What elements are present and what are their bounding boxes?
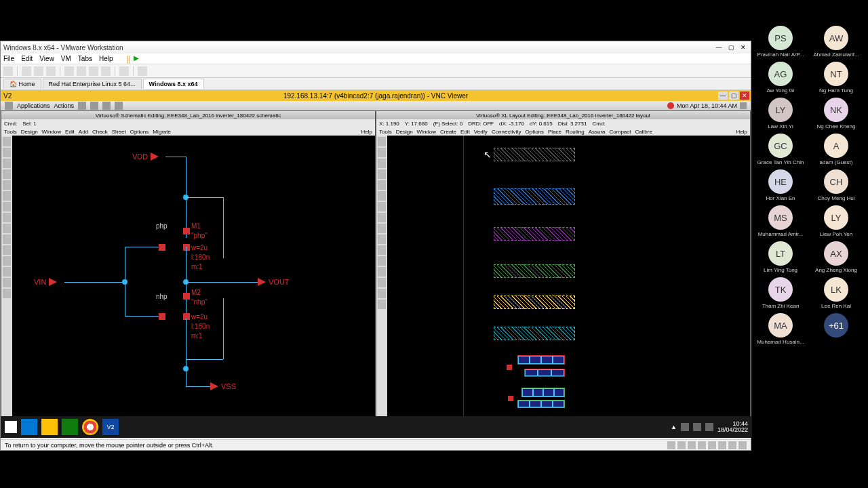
- menu-connectivity[interactable]: Connectivity: [492, 129, 521, 135]
- toolbar-icon[interactable]: [138, 66, 147, 76]
- toolbar-icon[interactable]: [89, 66, 98, 76]
- mosfet-terminal[interactable]: [159, 313, 165, 320]
- layer-rect[interactable]: [494, 227, 575, 241]
- tool-icon[interactable]: [378, 245, 386, 255]
- tool-icon[interactable]: [3, 148, 11, 157]
- schematic-titlebar[interactable]: Virtuoso® Schematic Editing: EEE348_Lab_…: [1, 111, 375, 119]
- play-icon[interactable]: ▶: [134, 54, 139, 64]
- wire[interactable]: [186, 197, 223, 198]
- close-button[interactable]: ✕: [738, 43, 748, 52]
- marker-icon[interactable]: [507, 365, 512, 370]
- wire[interactable]: [223, 197, 224, 258]
- tool-icon[interactable]: [3, 245, 11, 255]
- menu-sheet[interactable]: Sheet: [112, 129, 126, 135]
- layer-rect[interactable]: [494, 296, 575, 309]
- explorer-icon[interactable]: [41, 419, 58, 435]
- layout-canvas[interactable]: ↖: [376, 136, 750, 427]
- toolbar-icon[interactable]: [64, 66, 74, 76]
- participant[interactable]: MAMuhamad Husain...: [754, 313, 807, 345]
- toolbar-icon[interactable]: [46, 66, 56, 76]
- tool-icon[interactable]: [3, 289, 11, 298]
- minimize-button[interactable]: —: [718, 92, 728, 100]
- notification-icon[interactable]: [667, 102, 674, 109]
- device-icon[interactable]: [728, 441, 736, 449]
- device-icon[interactable]: [677, 441, 686, 449]
- menu-options[interactable]: Options: [130, 129, 149, 135]
- wire[interactable]: [125, 247, 125, 316]
- menu-tabs[interactable]: Tabs: [78, 55, 92, 62]
- participant[interactable]: NTNg Harn Tung: [810, 62, 863, 94]
- wire[interactable]: [186, 247, 186, 316]
- clock[interactable]: Mon Apr 18, 10:44 AM: [677, 102, 737, 109]
- menu-edit[interactable]: Edit: [21, 55, 33, 62]
- menu-migrate[interactable]: Migrate: [153, 129, 171, 135]
- tray-icon[interactable]: [705, 423, 713, 431]
- pin-vss[interactable]: VSS: [210, 382, 236, 390]
- participant[interactable]: LTLim Ying Tong: [754, 241, 807, 273]
- pause-icon[interactable]: ||: [127, 54, 131, 64]
- participant[interactable]: PSPravinah Nair A/P...: [754, 26, 807, 58]
- wire[interactable]: [186, 157, 186, 197]
- wire[interactable]: [186, 319, 186, 386]
- participant[interactable]: MSMuhammad Amir...: [754, 205, 807, 237]
- mosfet-terminal[interactable]: [183, 244, 190, 251]
- tool-icon[interactable]: [378, 300, 386, 309]
- menu-edit[interactable]: Edit: [460, 129, 470, 135]
- mosfet-nmos[interactable]: [183, 293, 190, 300]
- tool-icon[interactable]: [3, 235, 11, 244]
- redhat-icon[interactable]: [5, 102, 13, 110]
- tool-icon[interactable]: [3, 169, 11, 179]
- menu-view[interactable]: View: [39, 55, 54, 62]
- menu-help[interactable]: Help: [361, 129, 372, 135]
- device-icon[interactable]: [688, 441, 696, 449]
- tool-icon[interactable]: [3, 180, 11, 190]
- tool-icon[interactable]: [378, 202, 386, 211]
- wire[interactable]: [125, 316, 159, 317]
- minimize-button[interactable]: —: [714, 43, 724, 52]
- tool-icon[interactable]: [3, 267, 11, 277]
- participant[interactable]: LYLiew Poh Yen: [810, 205, 863, 237]
- tool-icon[interactable]: [3, 137, 11, 146]
- device-icon[interactable]: [698, 441, 706, 449]
- wire[interactable]: [165, 157, 186, 157]
- excel-icon[interactable]: [62, 419, 78, 435]
- tool-icon[interactable]: [3, 224, 11, 233]
- taskbar-icon[interactable]: [90, 102, 98, 110]
- device-instance[interactable]: [521, 388, 565, 397]
- tab-home[interactable]: 🏠 Home: [3, 79, 41, 89]
- wire[interactable]: [186, 359, 223, 360]
- menu-check[interactable]: Check: [92, 129, 108, 135]
- schematic-canvas[interactable]: VDD php M1 "php" w=2u: [1, 136, 375, 427]
- menu-edit[interactable]: Edit: [65, 129, 75, 135]
- menu-design[interactable]: Design: [21, 129, 38, 135]
- vmware-titlebar[interactable]: Windows 8.x x64 - VMware Workstation — ▢…: [1, 41, 751, 54]
- participant[interactable]: GCGrace Tan Yih Chin: [754, 134, 807, 165]
- pin-vout[interactable]: VOUT: [258, 278, 290, 286]
- tray-icon[interactable]: [693, 423, 701, 431]
- mosfet-pmos[interactable]: [183, 228, 190, 235]
- menu-assura[interactable]: Assura: [589, 129, 606, 135]
- taskbar-icon[interactable]: [102, 102, 111, 110]
- tool-icon[interactable]: [378, 180, 386, 190]
- tray-icon[interactable]: [681, 423, 689, 431]
- wire[interactable]: [125, 247, 159, 247]
- toolbar-icon[interactable]: [77, 66, 86, 76]
- pin-vin[interactable]: VIN: [34, 278, 57, 286]
- menu-help[interactable]: Help: [99, 55, 113, 62]
- vnc-icon[interactable]: V2: [102, 419, 119, 435]
- tool-icon[interactable]: [378, 289, 386, 298]
- layer-rect[interactable]: [494, 188, 575, 205]
- participant[interactable]: Aadam (Guest): [810, 134, 863, 165]
- tab-windows[interactable]: Windows 8.x x64: [143, 79, 204, 89]
- clock[interactable]: 10:44 18/04/2022: [717, 421, 748, 433]
- tray-chevron-icon[interactable]: ▲: [671, 424, 677, 430]
- menu-window[interactable]: Window: [42, 129, 61, 135]
- applications-menu[interactable]: Applications: [17, 102, 50, 109]
- participant-overflow[interactable]: +61: [810, 313, 863, 345]
- start-button[interactable]: [5, 421, 17, 433]
- tab-rhel[interactable]: Red Hat Enterprise Linux 5 64...: [43, 79, 142, 89]
- menu-verify[interactable]: Verify: [474, 129, 488, 135]
- participant[interactable]: LKLee Ren Kai: [810, 277, 863, 309]
- tool-icon[interactable]: [378, 213, 386, 222]
- participant[interactable]: AXAng Zheng Xiong: [810, 241, 863, 273]
